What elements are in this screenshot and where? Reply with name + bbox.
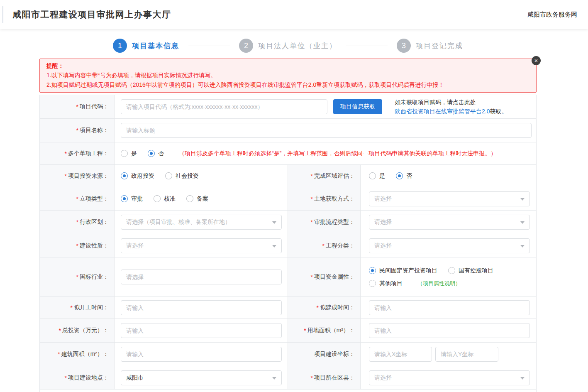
field-label-coordinates: 项目建设坐标：	[288, 343, 361, 366]
portal-link[interactable]: 咸阳市政务服务网	[527, 11, 577, 19]
radio-invest-government[interactable]: 政府投资	[121, 172, 154, 180]
project-name-input[interactable]	[121, 123, 532, 138]
hint-line-1: 如未获取项目赋码，请点击此处	[395, 98, 507, 107]
radio-invest-social[interactable]: 社会投资	[165, 172, 199, 180]
radio-region-eval-no[interactable]: 否	[396, 172, 412, 180]
required-asterisk: *	[76, 127, 78, 134]
field-label-fund-attribute: * 项目资金属性：	[288, 257, 361, 296]
required-asterisk: *	[311, 219, 313, 225]
field-label-approval-flow-type: * 审批流程类型：	[288, 211, 361, 234]
radio-label: 否	[158, 150, 164, 157]
field-label-floor-area: * 建筑面积（m²）：	[40, 343, 115, 366]
field-label-text: 土地获取方式：	[314, 195, 355, 203]
field-label-invest-source: * 项目投资来源：	[40, 165, 115, 187]
step-1-number: 1	[113, 39, 127, 53]
radio-icon	[448, 267, 455, 274]
national-industry-input[interactable]	[121, 270, 282, 284]
coordinate-y-input[interactable]	[435, 347, 498, 362]
project-code-input[interactable]	[121, 99, 327, 114]
field-label-text: 审批流程类型：	[314, 218, 355, 226]
close-icon[interactable]: ×	[532, 56, 541, 65]
required-asterisk: *	[58, 351, 60, 358]
field-content-construction-nature: 请选择	[115, 234, 288, 257]
admin-division-select[interactable]: 请选择（项目审批、核准、备案所在地）	[121, 215, 282, 230]
step-1-basic-info: 1 项目基本信息	[113, 39, 179, 53]
radio-icon	[121, 150, 128, 157]
form-row-invest-source: * 项目投资来源： 政府投资 社会投资 * 完成区域评估：	[40, 165, 536, 187]
field-content-fund-attribute: 民间固定资产投资项目 国有控股项目 其他项目 （项目属性说明）	[361, 257, 536, 296]
required-asterisk: *	[71, 304, 73, 311]
form-row-construction-place: * 项目建设地点： 咸阳市 * 项目所在区县： 请选择	[40, 366, 536, 390]
required-asterisk: *	[76, 274, 78, 280]
radio-category-record[interactable]: 备案	[186, 195, 208, 203]
field-label-project-name: * 项目名称：	[40, 119, 115, 142]
field-label-national-industry: * 国标行业：	[40, 257, 115, 296]
field-label-text: 用地面积（m²）：	[307, 327, 355, 334]
field-label-construction-nature: * 建设性质：	[40, 234, 115, 257]
required-asterisk: *	[65, 375, 67, 381]
coordinate-x-input[interactable]	[369, 347, 432, 362]
form-row-admin-division: * 行政区划： 请选择（项目审批、核准、备案所在地） * 审批流程类型： 请选择	[40, 211, 536, 234]
land-area-input[interactable]	[369, 323, 530, 338]
radio-multi-project-no[interactable]: 否	[148, 150, 164, 157]
field-content-admin-division: 请选择（项目审批、核准、备案所在地）	[115, 211, 288, 234]
field-content-engineering-class: 请选择	[361, 234, 536, 257]
page-title: 咸阳市工程建设项目审批网上办事大厅	[12, 9, 171, 20]
field-label-text: 项目代码：	[80, 103, 109, 110]
radio-category-verification[interactable]: 核准	[154, 195, 176, 203]
field-label-text: 行政区划：	[80, 218, 109, 226]
construction-nature-select[interactable]: 请选择	[121, 238, 282, 253]
floor-area-input[interactable]	[121, 347, 282, 362]
radio-label: 其他项目	[379, 280, 403, 287]
field-content-land-area	[361, 319, 536, 342]
page: 咸阳市工程建设项目审批网上办事大厅 咸阳市政务服务网 1 项目基本信息 2 项目…	[0, 0, 588, 392]
platform-link[interactable]: 陕西省投资项目在线审批监管平台2.0	[395, 108, 490, 115]
total-investment-input[interactable]	[121, 323, 282, 338]
stepper: 1 项目基本信息 2 项目法人单位（业主） 3 项目登记完成	[39, 37, 537, 55]
field-label-text: 项目建设坐标：	[314, 350, 355, 358]
fetch-project-info-button[interactable]: 项目信息获取	[333, 99, 382, 114]
chevron-down-icon	[520, 221, 525, 224]
step-2-label: 项目法人单位（业主）	[258, 41, 337, 51]
district-county-select[interactable]: 请选择	[369, 370, 530, 385]
engineering-class-select[interactable]: 请选择	[369, 238, 530, 253]
radio-checked-icon	[396, 172, 403, 179]
radio-fund-other[interactable]: 其他项目	[369, 280, 403, 287]
field-content-approval-category: 审批 核准 备案	[115, 187, 288, 210]
field-label-region-evaluation: * 完成区域评估：	[288, 165, 361, 187]
radio-fund-state-holding[interactable]: 国有控股项目	[448, 267, 493, 274]
field-content-district-county: 请选择	[361, 366, 536, 389]
field-label-text: 拟开工时间：	[74, 304, 109, 311]
radio-multi-project-yes[interactable]: 是	[121, 150, 137, 157]
reminder-alert: 提醒： 1.以下填写内容中带*号为必填项，请根据项目实际情况进行填写。 2.如项…	[39, 59, 537, 93]
field-label-text: 建筑面积（m²）：	[61, 350, 109, 358]
field-label-text: 国标行业：	[80, 273, 109, 281]
field-content-total-investment	[115, 319, 288, 342]
field-content-project-name	[115, 119, 536, 142]
form-row-project-code: * 项目代码： 项目信息获取 如未获取项目赋码，请点击此处 陕西省投资项目在线审…	[40, 95, 536, 119]
radio-label: 是	[379, 172, 385, 180]
step-2-legal-entity: 2 项目法人单位（业主）	[239, 39, 337, 53]
alert-title: 提醒：	[46, 61, 529, 71]
step-3-complete: 3 项目登记完成	[397, 39, 463, 53]
radio-fund-private[interactable]: 民间固定资产投资项目	[369, 267, 437, 274]
field-content-floor-area	[115, 343, 288, 366]
form-row-project-name: * 项目名称：	[40, 119, 536, 142]
approval-flow-type-select[interactable]: 请选择	[369, 215, 530, 230]
field-content-partial	[115, 390, 536, 392]
radio-label: 备案	[197, 195, 208, 203]
select-value: 咸阳市	[126, 374, 144, 382]
required-asterisk: *	[317, 304, 319, 311]
radio-icon	[369, 172, 376, 179]
construction-place-select[interactable]: 咸阳市	[121, 370, 282, 385]
land-acquisition-select[interactable]: 请选择	[369, 191, 530, 206]
radio-label: 核准	[164, 195, 176, 203]
fund-attribute-help-link[interactable]: （项目属性说明）	[417, 280, 461, 287]
select-placeholder: 请选择	[126, 242, 144, 250]
radio-category-approval[interactable]: 审批	[121, 195, 143, 203]
radio-region-eval-yes[interactable]: 是	[369, 172, 385, 180]
radio-icon	[369, 280, 376, 287]
planned-start-input[interactable]	[121, 300, 282, 315]
planned-finish-input[interactable]	[369, 300, 530, 315]
field-content-construction-place: 咸阳市	[115, 366, 288, 389]
